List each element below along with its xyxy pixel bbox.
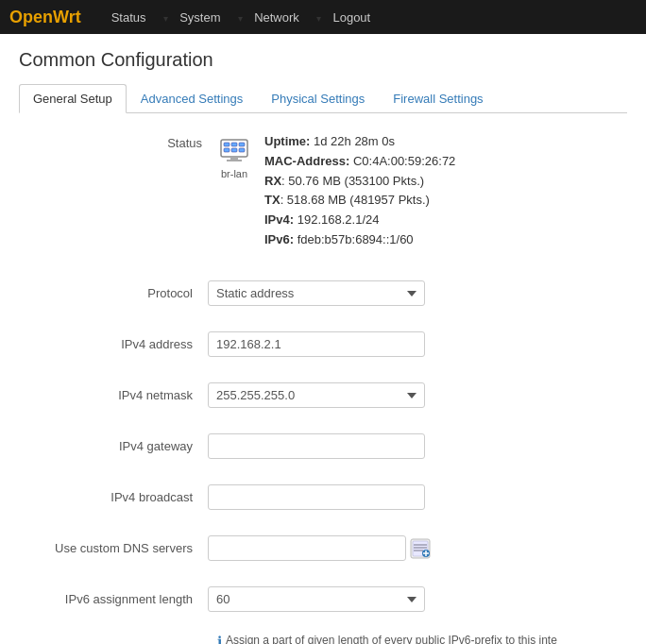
- protocol-label: Protocol: [19, 286, 208, 300]
- nav-item-network[interactable]: Network ▾: [243, 2, 321, 33]
- ipv6-value: fdeb:b57b:6894::1/60: [298, 232, 414, 246]
- svg-rect-1: [224, 143, 230, 146]
- svg-rect-4: [224, 148, 230, 152]
- page-content: Common Configuration General Setup Advan…: [0, 34, 646, 644]
- status-row: Status br-lan Uptime: 1d 22h 28m 0s MAC-…: [19, 132, 627, 250]
- svg-rect-5: [231, 148, 237, 152]
- status-icon-col: br-lan: [217, 132, 251, 179]
- status-field-label: Status: [28, 132, 217, 150]
- ipv6-label: IPv6:: [264, 232, 294, 246]
- tab-general-setup[interactable]: General Setup: [19, 84, 127, 113]
- brand-wrt: Wrt: [53, 8, 81, 26]
- ipv6-assignment-select[interactable]: 60 64 48: [208, 586, 425, 612]
- svg-rect-2: [231, 143, 237, 146]
- footer-hint: ℹ Assign a part of given length of every…: [19, 634, 627, 644]
- ipv6-assignment-label: IPv6 assignment length: [19, 592, 208, 606]
- tab-firewall-settings[interactable]: Firewall Settings: [379, 84, 497, 113]
- tx-value: 518.68 MB (481957 Pkts.): [287, 193, 430, 207]
- custom-dns-input[interactable]: [208, 535, 406, 561]
- ipv4-netmask-row: IPv4 netmask 255.255.255.0 255.255.0.0 2…: [19, 379, 627, 413]
- ipv4-gateway-input[interactable]: [208, 433, 425, 459]
- footer-hint-text: Assign a part of given length of every p…: [226, 634, 557, 644]
- ipv4-gateway-row: IPv4 gateway: [19, 430, 627, 464]
- nav-item-system[interactable]: System ▾: [168, 2, 243, 33]
- ipv4-broadcast-input[interactable]: [208, 484, 425, 510]
- network-interface-icon: [217, 132, 251, 166]
- uptime-value: 1d 22h 28m 0s: [314, 134, 395, 148]
- mac-value: C0:4A:00:59:26:72: [353, 154, 455, 168]
- ipv4-netmask-label: IPv4 netmask: [19, 388, 208, 402]
- navbar: OpenWrt Status ▾ System ▾ Network ▾ Logo…: [0, 0, 646, 34]
- tabs-bar: General Setup Advanced Settings Physical…: [19, 84, 627, 113]
- ipv6-assignment-row: IPv6 assignment length 60 64 48: [19, 583, 627, 617]
- brand-logo[interactable]: OpenWrt: [9, 8, 81, 27]
- svg-rect-6: [239, 148, 245, 152]
- ipv4-address-label: IPv4 address: [19, 337, 208, 351]
- rx-value: 50.76 MB (353100 Pkts.): [288, 174, 424, 188]
- ipv4-netmask-select[interactable]: 255.255.255.0 255.255.0.0 255.0.0.0: [208, 382, 425, 408]
- ipv4-label: IPv4:: [264, 212, 294, 227]
- nav-item-logout[interactable]: Logout: [321, 2, 382, 33]
- svg-rect-8: [227, 160, 242, 161]
- ipv4-value: 192.168.2.1/24: [298, 212, 380, 227]
- rx-label: RX: [264, 174, 281, 188]
- status-info: Uptime: 1d 22h 28m 0s MAC-Address: C0:4A…: [264, 132, 455, 250]
- protocol-select[interactable]: Static address DHCP client PPPoE: [208, 280, 425, 306]
- mac-label: MAC-Address:: [264, 154, 349, 168]
- protocol-row: Protocol Static address DHCP client PPPo…: [19, 277, 627, 311]
- uptime-label: Uptime:: [264, 134, 310, 148]
- dns-input-group: [208, 535, 431, 561]
- status-icon-label: br-lan: [221, 168, 247, 179]
- ipv4-broadcast-row: IPv4 broadcast: [19, 481, 627, 515]
- info-icon: ℹ: [217, 634, 222, 644]
- ipv4-address-input[interactable]: [208, 331, 425, 357]
- ipv4-broadcast-label: IPv4 broadcast: [19, 490, 208, 504]
- add-dns-icon[interactable]: [410, 538, 431, 559]
- custom-dns-label: Use custom DNS servers: [19, 541, 208, 555]
- tab-physical-settings[interactable]: Physical Settings: [257, 84, 379, 113]
- ipv4-gateway-label: IPv4 gateway: [19, 439, 208, 453]
- svg-rect-3: [239, 143, 245, 146]
- custom-dns-row: Use custom DNS servers: [19, 532, 627, 566]
- brand-open: Open: [9, 8, 53, 26]
- tab-advanced-settings[interactable]: Advanced Settings: [127, 84, 257, 113]
- ipv4-address-row: IPv4 address: [19, 328, 627, 362]
- page-title: Common Configuration: [19, 49, 627, 71]
- nav-item-status[interactable]: Status ▾: [100, 2, 168, 33]
- nav-menu: Status ▾ System ▾ Network ▾ Logout: [100, 2, 382, 33]
- svg-rect-7: [230, 157, 238, 160]
- tx-label: TX: [264, 193, 280, 207]
